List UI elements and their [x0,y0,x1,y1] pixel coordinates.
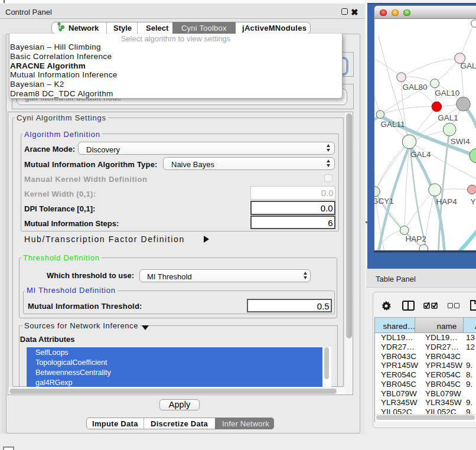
svg-text:GCY1: GCY1 [374,197,394,206]
svg-text:HAP2: HAP2 [406,234,426,243]
svg-text:GAL4: GAL4 [410,149,431,158]
svg-text:GAL1: GAL1 [438,113,458,122]
svg-text:GAL80: GAL80 [403,82,428,91]
svg-text:SWI4: SWI4 [451,137,470,146]
svg-text:HAP4: HAP4 [436,197,457,206]
svg-text:GAL: GAL [461,61,476,70]
svg-text:GAL11: GAL11 [381,120,405,129]
svg-text:GAL10: GAL10 [435,89,459,97]
svg-text:YM: YM [471,197,476,206]
